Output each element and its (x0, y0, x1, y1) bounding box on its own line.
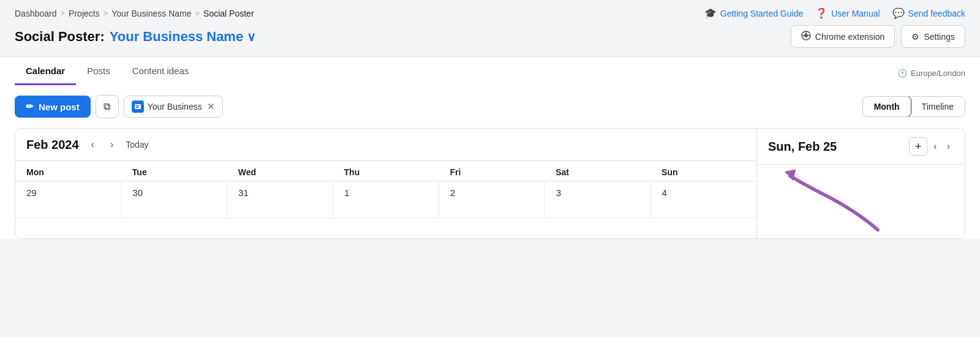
calendar-cell-31[interactable]: 31 (227, 181, 333, 218)
business-name-dropdown[interactable]: Your Business Name ∨ (110, 29, 256, 45)
guide-icon: 🎓 (704, 7, 717, 19)
breadcrumb-social-poster: Social Poster (203, 9, 254, 18)
toolbar-left: ✏ New post ⧉ Your Business ✕ (15, 95, 223, 118)
timeline-view-button[interactable]: Timeline (911, 97, 965, 116)
tab-posts[interactable]: Posts (76, 57, 121, 85)
breadcrumb-business[interactable]: Your Business Name (111, 9, 191, 18)
today-button[interactable]: Today (126, 140, 148, 150)
tab-calendar[interactable]: Calendar (15, 57, 76, 85)
side-prev-button[interactable]: ‹ (930, 139, 940, 154)
breadcrumb-dashboard[interactable]: Dashboard (15, 9, 57, 18)
breadcrumb: Dashboard > Projects > Your Business Nam… (15, 9, 254, 18)
svg-point-1 (804, 34, 808, 37)
clock-icon: 🕐 (897, 69, 907, 78)
business-filter-chip[interactable]: Your Business ✕ (124, 96, 223, 118)
calendar-cell-1[interactable]: 1 (333, 181, 439, 218)
calendar-wrapper: Feb 2024 ‹ › Today Mon Tue Wed Thu Fri S… (15, 128, 965, 239)
toolbar-row: ✏ New post ⧉ Your Business ✕ (15, 95, 965, 118)
chevron-down-icon: ∨ (247, 29, 256, 44)
day-header-tue: Tue (121, 161, 227, 181)
calendar-month-year: Feb 2024 (26, 138, 79, 152)
tab-content-ideas[interactable]: Content ideas (121, 57, 200, 85)
chrome-icon (801, 31, 811, 42)
side-next-button[interactable]: › (943, 139, 954, 154)
user-manual-label: User Manual (831, 9, 880, 18)
calendar-cell-3[interactable]: 3 (545, 181, 650, 218)
top-actions: 🎓 Getting Started Guide ❓ User Manual 💬 … (704, 7, 965, 19)
feedback-icon: 💬 (892, 7, 905, 19)
getting-started-label: Getting Started Guide (720, 9, 803, 18)
chrome-extension-label: Chrome extension (815, 32, 885, 42)
settings-icon: ⚙ (911, 32, 919, 42)
pencil-icon: ✏ (26, 101, 34, 112)
filter-chip-label: Your Business (148, 102, 202, 112)
business-name-text: Your Business Name (110, 29, 243, 45)
content-area: ✏ New post ⧉ Your Business ✕ (0, 85, 980, 239)
page-title: Social Poster: Your Business Name ∨ (15, 29, 256, 45)
side-panel-header: Sun, Feb 25 + ‹ › (757, 129, 965, 165)
calendar-cell-4[interactable]: 4 (650, 181, 756, 218)
send-feedback-link[interactable]: 💬 Send feedback (892, 7, 965, 19)
calendar-row-1: 29 30 31 1 2 3 4 (15, 181, 756, 218)
svg-rect-8 (136, 107, 138, 108)
calendar-cell-29[interactable]: 29 (15, 181, 121, 218)
svg-rect-7 (136, 105, 140, 107)
side-date-title: Sun, Feb 25 (768, 140, 837, 154)
new-post-button[interactable]: ✏ New post (15, 96, 91, 118)
tabs: Calendar Posts Content ideas (15, 57, 200, 85)
calendar-next-button[interactable]: › (107, 137, 117, 152)
copy-button[interactable]: ⧉ (96, 95, 119, 118)
timezone-text: Europe/London (911, 69, 965, 78)
copy-icon: ⧉ (104, 101, 110, 112)
timezone-display: 🕐 Europe/London (897, 69, 965, 85)
month-view-button[interactable]: Month (862, 96, 911, 117)
manual-icon: ❓ (815, 7, 827, 19)
calendar-cell-30[interactable]: 30 (121, 181, 227, 218)
calendar-prev-button[interactable]: ‹ (88, 137, 98, 152)
chrome-extension-button[interactable]: Chrome extension (791, 25, 895, 48)
calendar-grid: Mon Tue Wed Thu Fri Sat Sun 29 30 31 1 (15, 161, 756, 218)
arrow-annotation (757, 165, 965, 238)
calendar-header: Feb 2024 ‹ › Today (15, 129, 756, 161)
day-header-fri: Fri (439, 161, 545, 181)
chip-close-icon[interactable]: ✕ (207, 101, 215, 112)
day-header-mon: Mon (15, 161, 121, 181)
side-nav: + ‹ › (909, 137, 954, 156)
svg-rect-6 (135, 104, 141, 109)
new-post-label: New post (39, 102, 80, 112)
calendar-side-panel: Sun, Feb 25 + ‹ › (756, 129, 965, 238)
view-toggle: Month Timeline (862, 96, 965, 117)
settings-button[interactable]: ⚙ Settings (901, 25, 965, 48)
filter-chip-icon (132, 100, 144, 113)
breadcrumb-projects[interactable]: Projects (69, 9, 100, 18)
day-header-thu: Thu (333, 161, 439, 181)
send-feedback-label: Send feedback (908, 9, 965, 18)
settings-label: Settings (924, 32, 955, 42)
getting-started-link[interactable]: 🎓 Getting Started Guide (704, 7, 803, 19)
user-manual-link[interactable]: ❓ User Manual (815, 7, 880, 19)
side-add-button[interactable]: + (909, 137, 927, 156)
day-header-sun: Sun (650, 161, 756, 181)
calendar-cell-2[interactable]: 2 (439, 181, 545, 218)
day-header-wed: Wed (227, 161, 333, 181)
day-header-sat: Sat (545, 161, 650, 181)
tabs-area: Calendar Posts Content ideas 🕐 Europe/Lo… (0, 56, 980, 85)
header-buttons: Chrome extension ⚙ Settings (791, 25, 965, 48)
calendar-main: Feb 2024 ‹ › Today Mon Tue Wed Thu Fri S… (15, 129, 756, 238)
